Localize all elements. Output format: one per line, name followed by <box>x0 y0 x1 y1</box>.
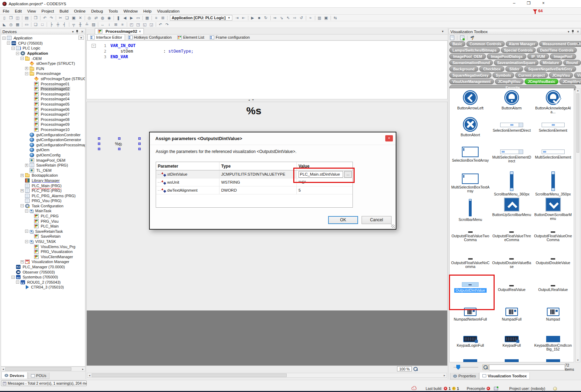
tree-item-bootapplication[interactable]: +Bootapplication <box>1 173 85 178</box>
toolbox-item-selectionelementdirect[interactable]: SelectionElementDirect <box>491 115 533 142</box>
replace-objects-icon[interactable]: ◉ <box>106 15 113 21</box>
tab-pous[interactable]: POUs <box>28 372 49 379</box>
tree-item-saveretain-prg[interactable]: +SaveRetain (PRG) <box>1 163 85 168</box>
devices-horizontal-scrollbar[interactable]: ◂ ▸ <box>1 367 85 371</box>
category-alarm-manager[interactable]: Alarm Manager <box>506 41 539 47</box>
tree-item-plc-logic[interactable]: −PLC Logic <box>1 46 85 51</box>
panel-menu-icon[interactable]: ▾ <box>568 30 570 33</box>
category-basic[interactable]: Basic <box>449 41 465 47</box>
toolbox-item-scrollbarmenu-360px[interactable]: ScrollbarMenu_360px <box>491 169 533 196</box>
tree-item-saveretaintask[interactable]: −SaveRetainTask <box>1 229 85 234</box>
category-slider[interactable]: Slider <box>505 66 523 72</box>
toolbox-item-buttonupscrollbarmenu[interactable]: ButtonUpScrollbarMenu <box>491 196 533 223</box>
toolbox-vertical-scrollbar[interactable]: ▴ ▾ <box>575 88 580 362</box>
resize-handle[interactable] <box>98 148 100 150</box>
delete-icon[interactable]: ✕ <box>77 15 84 21</box>
group-icon[interactable]: ❏ <box>32 22 39 27</box>
align-top-icon[interactable]: ╤ <box>70 22 77 27</box>
replace-icon[interactable]: ⇄ <box>93 15 99 21</box>
tree-item-plc-manager-70-0000[interactable]: −PLC_Manager (70.0000) <box>1 264 85 270</box>
dialog-close-button[interactable]: × <box>385 135 393 141</box>
category-checkbox[interactable]: Checkbox <box>479 66 504 72</box>
tree-item-plc-main-prg[interactable]: −PLC_Main (PRG) <box>1 183 85 188</box>
subtab-hotkeys-configuration[interactable]: Hotkeys Configuration <box>126 34 174 40</box>
canvas-zoom-value[interactable]: 100 % <box>397 366 412 371</box>
paste-icon[interactable]: ▣ <box>70 15 77 21</box>
tree-item-gvlconfigurationcontroller[interactable]: −gvlConfigurationController <box>1 132 85 137</box>
toolbox-item[interactable] <box>491 357 533 362</box>
toolbox-item-scrollbarmenu-350px[interactable]: ScrollbarMenu_350px <box>532 169 574 196</box>
tree-item-prg-visualization[interactable]: −PRG_Visualization <box>1 249 85 254</box>
param-value-cell[interactable]: "°C" <box>297 178 352 186</box>
toolbox-item-buttonacknowledgeala[interactable]: ButtonAcknowledgeAla... <box>532 89 574 115</box>
force-values-icon[interactable]: ≈ <box>307 15 314 21</box>
collapse-icon[interactable]: − <box>16 52 19 55</box>
code-line[interactable]: 3END_VAR <box>87 54 447 60</box>
category-common-controls[interactable]: Common Controls <box>466 41 505 47</box>
resize-handle[interactable] <box>138 143 141 145</box>
new-project-icon[interactable]: ▯ <box>1 15 8 21</box>
icon-size-slider[interactable] <box>454 365 478 370</box>
tree-item-stoemtype-struct[interactable]: −stOemType (STRUCT) <box>1 61 85 66</box>
resize-handle[interactable] <box>118 148 121 150</box>
tree-item-processimage07[interactable]: −ProcessImage07 <box>1 112 85 117</box>
tree-item-systembus-705000[interactable]: −Systembus (705000) <box>1 275 85 280</box>
toolbox-item[interactable] <box>450 357 491 362</box>
menu-tools[interactable]: Tools <box>106 8 121 14</box>
color-palette-icon[interactable]: ▦ <box>14 22 21 27</box>
toolbox-item-multiselectionelement[interactable]: MultiSelectionElement <box>532 142 574 169</box>
category-round[interactable]: Round <box>563 60 581 66</box>
collapse-icon[interactable]: − <box>25 240 28 243</box>
new-element-icon[interactable] <box>450 36 454 40</box>
tab-close-icon[interactable]: × <box>139 30 141 33</box>
rotate-left-icon[interactable]: ↶ <box>157 22 164 27</box>
toolbox-item-numpadnetworkfull[interactable]: NumpadNetworkFull <box>450 303 491 330</box>
resize-handle[interactable] <box>118 137 121 140</box>
pin-icon[interactable] <box>76 30 78 33</box>
find-icon[interactable]: ◎ <box>86 15 93 21</box>
resize-handle[interactable] <box>98 143 100 145</box>
toolbox-item-buttonarrowleft[interactable]: ButtonArrowLeft <box>450 89 491 115</box>
toolbox-item-numpad[interactable]: Numpad <box>532 303 574 330</box>
expand-icon[interactable]: + <box>21 174 24 177</box>
scrollbar-thumb[interactable] <box>576 93 579 153</box>
tree-item-gvloemconfig[interactable]: −gvlOemConfig <box>1 153 85 158</box>
bookmark-toggle-icon[interactable]: ❚ <box>115 15 122 21</box>
scroll-down-icon[interactable]: ▾ <box>576 359 580 362</box>
tree-item-gvlconfigurationprocessimage[interactable]: −gvlConfigurationProcessImage <box>1 142 85 147</box>
align-bottom-icon[interactable]: ╧ <box>84 22 90 27</box>
tree-filter-dropdown[interactable]: ▼ <box>78 36 84 40</box>
category-measurement-controls[interactable]: Measurement Controls <box>539 41 581 47</box>
messages-summary[interactable]: Messages - Total 2 error(s), 1 warning(s… <box>1 381 87 386</box>
spacing-horizontal-icon[interactable]: ↔ <box>99 22 106 27</box>
rotate-right-icon[interactable]: ↷ <box>164 22 170 27</box>
toolbox-item-buttonalarm[interactable]: ButtonAlarm <box>491 89 533 115</box>
save-project-icon[interactable]: ◫ <box>14 15 21 21</box>
category-special-controls[interactable]: Special Controls <box>501 47 536 53</box>
expand-icon[interactable]: + <box>25 164 28 167</box>
panel-close-icon[interactable]: ✕ <box>576 30 579 33</box>
frame-element-icon[interactable]: ▭ <box>23 22 30 27</box>
category-jcmpvisubasic[interactable]: JCmpVisuBasic <box>525 79 558 84</box>
send-to-back-icon[interactable]: ◲ <box>148 22 155 27</box>
tree-item-processimage08[interactable]: −ProcessImage08 <box>1 117 85 122</box>
step-into-icon[interactable]: ⇘ <box>278 15 285 21</box>
scroll-left-icon[interactable]: ◂ <box>87 374 92 377</box>
toolbox-item-numpadfull[interactable]: NumpadFull <box>491 303 533 330</box>
toolbox-item-multiselectionelementdirect[interactable]: MultiSelectionElementDirect <box>491 142 533 169</box>
step-out-icon[interactable]: ⇖ <box>285 15 292 21</box>
tree-item-processimage06[interactable]: −ProcessImage06 <box>1 107 85 112</box>
fold-collapse-icon[interactable]: − <box>92 44 96 48</box>
tools-icon[interactable] <box>470 36 475 40</box>
bring-forward-icon[interactable]: ◰ <box>128 22 135 27</box>
tree-item-stprocimagetype-struct[interactable]: −stProcImageType (STRUCT) <box>1 76 85 82</box>
toolbox-item-buttondownscrollbarmenu[interactable]: ButtonDownScrollbarMenu <box>532 196 574 223</box>
tree-item-processimage03[interactable]: −ProcessImage03 <box>1 92 85 97</box>
toolbox-item-outputstfloatvalueonecomma[interactable]: OutputstFloatValueOneComma <box>532 223 574 249</box>
menu-edit[interactable]: Edit <box>12 8 25 14</box>
panel-divider[interactable] <box>448 28 448 379</box>
tree-item-application[interactable]: −Application <box>1 51 85 56</box>
splitter-grip-icon[interactable]: ▲ ▼ <box>248 99 255 101</box>
categories-scroll-down-icon[interactable]: ▼ <box>577 82 581 85</box>
toolbox-item-outputstfloatvaluethreecomma[interactable]: OutputstFloatValueThreeComma <box>491 223 533 249</box>
